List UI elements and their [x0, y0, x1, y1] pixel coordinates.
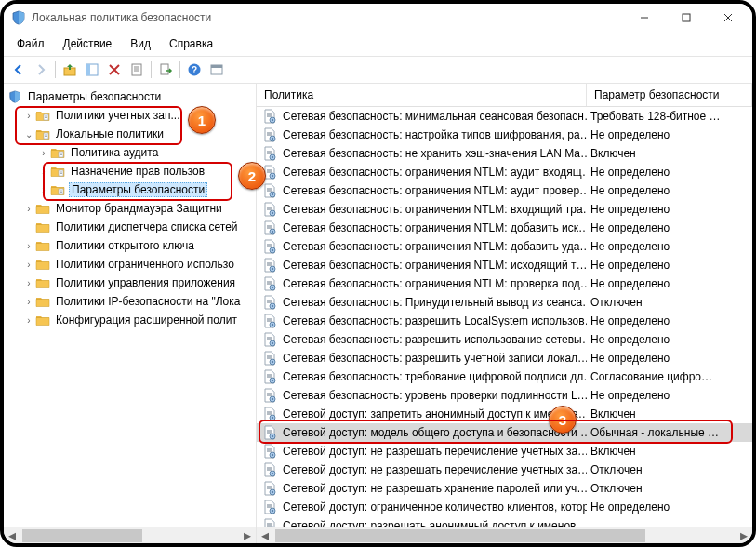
- tree-item[interactable]: ›Политики ограниченного использо: [7, 255, 256, 274]
- policy-row[interactable]: Сетевой доступ: не разрешать перечислени…: [257, 460, 752, 479]
- tree-item[interactable]: ›Политики открытого ключа: [7, 236, 256, 255]
- policy-name: Сетевая безопасность: минимальная сеансо…: [283, 110, 587, 123]
- tree-item[interactable]: ›Параметры безопасности: [7, 180, 256, 199]
- tree-item[interactable]: ›Конфигурация расширенной полит: [7, 311, 256, 329]
- folder-icon: [35, 276, 50, 289]
- tree-item[interactable]: ›Политики IP-безопасности на "Лока: [7, 292, 256, 311]
- policy-row[interactable]: Сетевая безопасность: разрешить использо…: [257, 330, 752, 349]
- policy-value: Не определено: [590, 333, 670, 346]
- policy-row[interactable]: Сетевая безопасность: ограничения NTLM: …: [257, 163, 752, 181]
- policy-icon: [262, 425, 277, 440]
- policy-row[interactable]: Сетевой доступ: не разрешать перечислени…: [257, 442, 752, 460]
- expand-icon[interactable]: ›: [22, 241, 35, 251]
- policy-row[interactable]: Сетевая безопасность: уровень проверки п…: [257, 386, 752, 405]
- policy-row[interactable]: Сетевая безопасность: минимальная сеансо…: [257, 107, 752, 126]
- up-button[interactable]: [60, 60, 80, 80]
- maximize-button[interactable]: [665, 5, 707, 31]
- folder-icon: [50, 183, 65, 196]
- expand-icon[interactable]: ›: [22, 278, 35, 288]
- forward-button[interactable]: [31, 60, 51, 80]
- export-button[interactable]: [155, 60, 176, 80]
- app-icon: [11, 10, 26, 25]
- expand-icon[interactable]: ›: [37, 148, 50, 158]
- policy-name: Сетевая безопасность: не хранить хэш-зна…: [283, 147, 587, 160]
- tree-item-label: Политики IP-безопасности на "Лока: [54, 295, 242, 308]
- tree-item[interactable]: ·Политики диспетчера списка сетей: [7, 218, 256, 236]
- policy-row[interactable]: Сетевая безопасность: разрешить LocalSys…: [257, 312, 752, 330]
- policy-row[interactable]: Сетевая безопасность: ограничения NTLM: …: [257, 219, 752, 237]
- policy-icon: [262, 351, 277, 366]
- tree-item-label: Политики диспетчера списка сетей: [54, 220, 240, 233]
- expand-icon[interactable]: ›: [22, 204, 35, 214]
- policy-name: Сетевой доступ: не разрешать хранение па…: [283, 482, 587, 495]
- policy-row[interactable]: Сетевая безопасность: разрешить учетной …: [257, 349, 752, 367]
- policy-row[interactable]: Сетевая безопасность: ограничения NTLM: …: [257, 237, 752, 256]
- policy-icon: [262, 332, 277, 347]
- tree-item[interactable]: ›Политики управления приложения: [7, 274, 256, 292]
- folder-icon: [50, 165, 65, 178]
- collapse-icon[interactable]: ⌄: [22, 129, 35, 140]
- tree-root-label: Параметры безопасности: [26, 90, 163, 103]
- policy-value: Требовать 128-битное …: [590, 110, 721, 123]
- menu-bar: Файл Действие Вид Справка: [4, 32, 752, 57]
- svg-rect-20: [161, 64, 168, 74]
- policy-row[interactable]: Сетевой доступ: модель общего доступа и …: [257, 423, 752, 442]
- policy-name: Сетевая безопасность: ограничения NTLM: …: [283, 277, 587, 290]
- policy-row[interactable]: Сетевая безопасность: требование цифрово…: [257, 367, 752, 386]
- column-setting[interactable]: Параметр безопасности: [587, 84, 752, 106]
- policy-row[interactable]: Сетевой доступ: не разрешать хранение па…: [257, 479, 752, 498]
- menu-file[interactable]: Файл: [7, 33, 54, 54]
- expand-icon[interactable]: ›: [37, 185, 50, 195]
- policy-value: Не определено: [590, 240, 670, 253]
- policy-row[interactable]: Сетевой доступ: ограниченное количество …: [257, 498, 752, 516]
- menu-action[interactable]: Действие: [54, 33, 122, 54]
- policy-row[interactable]: Сетевой доступ: разрешать анонимный дост…: [257, 516, 752, 527]
- tree-item-label: Политики открытого ключа: [54, 239, 196, 252]
- back-button[interactable]: [8, 60, 29, 80]
- policy-icon: [262, 258, 277, 273]
- tree-root[interactable]: Параметры безопасности: [7, 87, 256, 106]
- list-scrollbar[interactable]: ◂ ▸: [257, 527, 752, 543]
- expand-icon[interactable]: ›: [22, 260, 35, 270]
- policy-value: Не определено: [590, 184, 670, 197]
- properties-button[interactable]: [126, 60, 147, 80]
- tree-item[interactable]: ›Монитор брандмауэра Защитни: [7, 199, 256, 218]
- policy-row[interactable]: Сетевая безопасность: Принудительный выв…: [257, 293, 752, 312]
- policy-name: Сетевой доступ: запретить анонимный дост…: [283, 407, 587, 420]
- policy-row[interactable]: Сетевая безопасность: ограничения NTLM: …: [257, 256, 752, 274]
- minimize-button[interactable]: [623, 5, 665, 31]
- expand-icon[interactable]: ›: [37, 167, 50, 177]
- policy-name: Сетевой доступ: не разрешать перечислени…: [283, 445, 587, 458]
- tree-item[interactable]: ⌄Локальные политики: [7, 125, 256, 143]
- refresh-button[interactable]: [206, 60, 227, 80]
- column-policy[interactable]: Политика: [257, 84, 587, 106]
- show-hide-tree-button[interactable]: [82, 60, 102, 80]
- close-button[interactable]: [707, 5, 749, 31]
- policy-icon: [262, 518, 277, 527]
- policy-name: Сетевой доступ: разрешать анонимный дост…: [283, 519, 587, 527]
- svg-rect-13: [86, 64, 90, 75]
- tree-item[interactable]: ›Политики учетных зап...: [7, 106, 256, 125]
- expand-icon[interactable]: ›: [22, 297, 35, 307]
- policy-row[interactable]: Сетевая безопасность: ограничения NTLM: …: [257, 181, 752, 200]
- expand-icon[interactable]: ›: [22, 111, 35, 121]
- delete-button[interactable]: [104, 60, 125, 80]
- policy-name: Сетевая безопасность: ограничения NTLM: …: [283, 184, 587, 197]
- policy-row[interactable]: Сетевая безопасность: ограничения NTLM: …: [257, 274, 752, 293]
- policy-row[interactable]: Сетевой доступ: запретить анонимный дост…: [257, 405, 752, 423]
- tree-pane: Параметры безопасности›Политики учетных …: [4, 84, 257, 527]
- policy-icon: [262, 500, 277, 514]
- menu-help[interactable]: Справка: [160, 33, 222, 54]
- policy-row[interactable]: Сетевая безопасность: не хранить хэш-зна…: [257, 144, 752, 163]
- policy-value: Не определено: [590, 128, 670, 141]
- help-button[interactable]: ?: [184, 60, 205, 80]
- policy-row[interactable]: Сетевая безопасность: настройка типов ши…: [257, 126, 752, 144]
- expand-icon[interactable]: ›: [22, 315, 35, 326]
- policy-name: Сетевая безопасность: настройка типов ши…: [283, 128, 587, 141]
- policy-icon: [262, 202, 277, 217]
- policy-row[interactable]: Сетевая безопасность: ограничения NTLM: …: [257, 200, 752, 219]
- tree-item[interactable]: ›Назначение прав пользов: [7, 162, 256, 180]
- menu-view[interactable]: Вид: [121, 33, 160, 54]
- tree-scrollbar[interactable]: ◂ ▸: [4, 527, 257, 543]
- tree-item[interactable]: ›Политика аудита: [7, 143, 256, 162]
